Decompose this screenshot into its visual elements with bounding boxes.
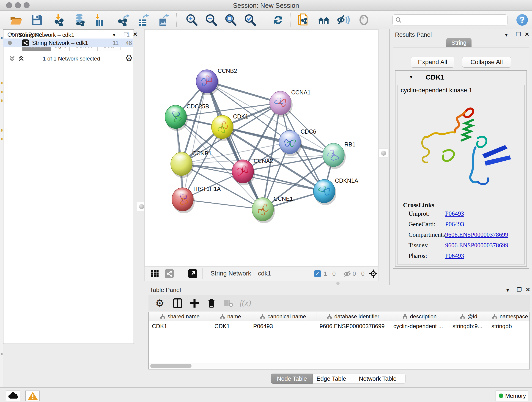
cdk1-entry-header[interactable]: ▼ CDK1 (395, 70, 526, 84)
column-header-database-identifier[interactable]: database identifier (317, 313, 390, 321)
cell[interactable]: CDK1 (149, 322, 211, 331)
search-input[interactable] (393, 14, 507, 26)
right-splitter-handle[interactable] (379, 148, 388, 158)
crosslink-value-link[interactable]: P06493 (445, 221, 464, 228)
network-name: String Network – cdk1 (32, 40, 88, 46)
add-column-icon[interactable] (189, 298, 200, 308)
hscrollbar-thumb[interactable] (150, 364, 191, 368)
network-share-view-icon[interactable] (165, 269, 174, 279)
column-header-name[interactable]: name (211, 313, 250, 321)
import-network-icon[interactable] (53, 13, 66, 26)
close-panel-icon[interactable]: ✕ (133, 31, 138, 38)
open-in-window-icon[interactable] (188, 269, 197, 279)
home-pages-icon[interactable] (317, 13, 330, 26)
edge-CDK1-RB1[interactable] (222, 127, 334, 155)
column-header-canonical-name[interactable]: canonical name (250, 313, 317, 321)
collapse-all-button[interactable]: Collapse All (462, 57, 511, 68)
node-RB1[interactable]: RB1 (323, 141, 355, 169)
network-collection-row[interactable]: ▼ String Network – cdk1 1 (3, 31, 133, 39)
network-view-toolbar: String Network – cdk1 ✓ 1 - 0 0 - 0 (144, 266, 379, 281)
horizontal-splitter-handle[interactable] (336, 282, 340, 285)
zoom-fit-icon[interactable] (224, 13, 237, 26)
refresh-icon[interactable] (272, 13, 285, 26)
column-type-icon (460, 314, 465, 319)
strip-mark (1, 138, 2, 140)
network-list: ▼ String Network – cdk1 1 String Network… (3, 29, 134, 344)
collapse-triangle-icon[interactable]: ▼ (10, 32, 14, 37)
warning-icon (27, 391, 38, 400)
delete-column-trash-icon[interactable] (206, 298, 217, 308)
cell[interactable]: stringdb:9... (449, 322, 488, 331)
share-file-icon[interactable] (297, 13, 310, 26)
node-HIST1H1A[interactable]: HIST1H1A (172, 186, 221, 213)
table-row[interactable]: CDK1CDK1P064939606.ENSP00000378699cyclin… (149, 322, 530, 331)
import-database-icon[interactable] (73, 13, 86, 26)
cell[interactable]: CDK1 (211, 322, 250, 331)
close-panel-icon[interactable]: ✕ (525, 31, 529, 38)
cell[interactable]: P06493 (250, 322, 317, 331)
memory-button[interactable]: Memory (496, 390, 528, 401)
close-panel-icon[interactable]: ✕ (526, 287, 530, 293)
column-header--id[interactable]: @id (449, 313, 488, 321)
zoom-selected-icon[interactable] (244, 13, 256, 26)
table-options-gear-icon[interactable]: ⚙ (155, 298, 166, 308)
zoom-in-icon[interactable] (185, 13, 198, 26)
node-CCNB2[interactable]: CCNB2 (196, 68, 237, 95)
node-table[interactable]: shared namenamecanonical namedatabase id… (148, 312, 530, 370)
node-CDC6[interactable]: CDC6 (279, 128, 316, 156)
tab-edge-table[interactable]: Edge Table (313, 374, 350, 384)
crosslink-value-link[interactable]: 9606.ENSP00000378699 (445, 242, 508, 249)
show-hide-icon[interactable] (337, 13, 350, 26)
open-session-icon[interactable] (10, 13, 22, 26)
crosslink-value-link[interactable]: P06493 (445, 210, 464, 217)
float-panel-icon[interactable]: ▾ (505, 32, 508, 38)
memory-status-dot (499, 394, 503, 398)
node-label-CCNA2: CCNA2 (254, 158, 273, 164)
save-session-icon[interactable] (30, 13, 43, 26)
import-table-icon[interactable] (93, 13, 106, 26)
cloud-button[interactable] (6, 390, 20, 401)
crosslinks-heading: CrossLinks (403, 201, 434, 209)
edge-CCNB2-HIST1H1A[interactable] (183, 81, 207, 199)
crosslink-label: GeneCard: (409, 221, 445, 228)
cell[interactable]: cyclin-dependent ... (390, 322, 449, 331)
strip-mark (1, 37, 2, 39)
tab-string[interactable]: String (446, 38, 472, 47)
maximize-panel-icon[interactable]: ❐ (517, 287, 522, 293)
zoom-out-icon[interactable] (205, 13, 217, 26)
hidden-eye-icon[interactable] (343, 270, 351, 279)
column-header-namespace[interactable]: namespace (488, 313, 532, 321)
expand-all-button[interactable]: Expand All (411, 57, 454, 68)
column-header-shared-name[interactable]: shared name (149, 313, 211, 321)
warning-button[interactable] (25, 390, 40, 401)
network-options-gear-icon[interactable]: ⚙ (125, 53, 133, 63)
maximize-panel-icon[interactable]: ❐ (516, 31, 521, 38)
string-network-graph[interactable]: CCNB2CCNA1CDC25BCDK1CDC6RB1CCNB1CCNA2CDK… (145, 30, 378, 266)
help-icon[interactable]: ? (516, 14, 528, 26)
tab-network-table[interactable]: Network Table (350, 374, 405, 384)
crosslink-value-link[interactable]: P06493 (445, 252, 464, 259)
network-row-selected[interactable]: String Network – cdk1 11 48 (3, 38, 133, 47)
network-canvas[interactable]: CCNB2CCNA1CDC25BCDK1CDC6RB1CCNB1CCNA2CDK… (144, 29, 379, 266)
export-image-icon[interactable] (157, 13, 170, 26)
table-hscrollbar[interactable] (149, 363, 529, 369)
control-panel: Control Panel ▾ ❐ ✕ Network Style Select… (3, 29, 140, 387)
tab-node-table[interactable]: Node Table (271, 374, 313, 384)
birdseye-view-icon[interactable] (369, 269, 378, 279)
network-visible-dot-icon (8, 41, 12, 45)
cell[interactable]: 9606.ENSP00000378699 (317, 322, 390, 331)
cell[interactable]: stringdb (488, 322, 532, 331)
collapse-entry-triangle-icon[interactable]: ▼ (409, 74, 413, 80)
selected-indicator-checkbox-icon[interactable]: ✓ (314, 270, 321, 277)
crosslink-value-link[interactable]: 9606.ENSP00000378699 (445, 231, 508, 238)
node-label-CCNB2: CCNB2 (218, 68, 237, 74)
grid-view-icon[interactable] (151, 270, 159, 278)
export-table-icon[interactable] (137, 13, 150, 26)
node-CDK1[interactable]: CDK1 (211, 113, 248, 141)
float-panel-icon[interactable]: ▾ (506, 287, 509, 293)
column-header-description[interactable]: description (390, 313, 449, 321)
node-CCNE1[interactable]: CCNE1 (252, 196, 293, 223)
select-columns-icon[interactable] (172, 298, 183, 308)
export-network-icon[interactable] (117, 13, 130, 26)
node-CDKN1A[interactable]: CDKN1A (313, 177, 358, 205)
